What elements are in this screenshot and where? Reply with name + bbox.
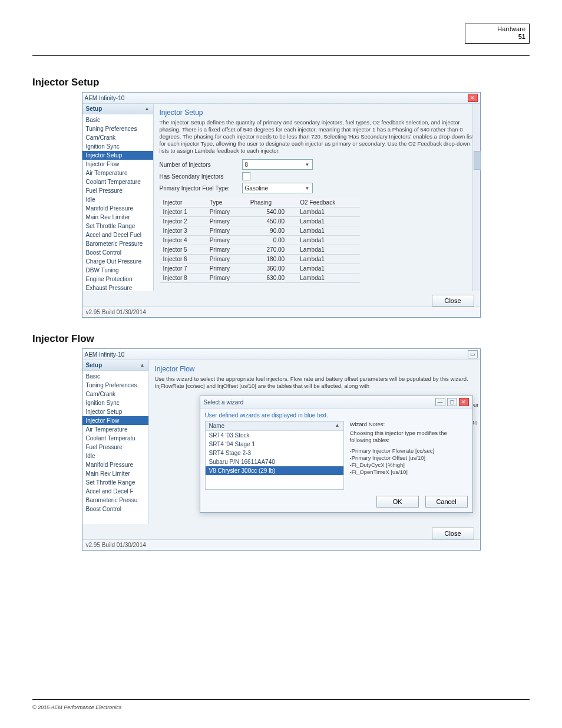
table-cell: Injector 6 — [160, 255, 206, 264]
sidebar-item[interactable]: Injector Setup — [82, 407, 148, 416]
table-cell: Injector 7 — [160, 264, 206, 274]
list-item[interactable]: V8 Chrysler 300cc (29 lb) — [206, 466, 343, 475]
close-button[interactable]: Close — [432, 295, 474, 307]
table-cell: Primary — [206, 264, 247, 274]
sidebar-item[interactable]: Set Throttle Range — [82, 478, 148, 487]
title-bar: AEM Infinity-10 ✕ — [82, 93, 480, 104]
sidebar-item[interactable]: Coolant Temperature — [82, 177, 153, 186]
sidebar-item[interactable]: DBW Tuning — [82, 266, 153, 275]
chevron-up-icon: ▲ — [140, 363, 145, 368]
sidebar-item[interactable]: Air Temperature — [82, 169, 153, 177]
row-fuel-type: Primary Injector Fuel Type: Gasoline ▼ — [160, 183, 474, 193]
sidebar-item[interactable]: Main Rev Limiter — [82, 213, 153, 222]
sidebar-header[interactable]: Setup ▲ — [82, 360, 148, 371]
window-title: AEM Infinity-10 — [85, 95, 125, 101]
page-number: 51 — [467, 33, 525, 41]
sidebar-item[interactable]: Tuning Preferences — [82, 124, 153, 133]
table-cell: Injector 3 — [160, 226, 206, 236]
table-cell: Primary — [206, 236, 247, 245]
sidebar-item[interactable]: Charge Out Pressure — [82, 257, 153, 266]
sidebar-item[interactable]: Basic — [82, 116, 153, 124]
maximize-icon[interactable]: ▢ — [447, 398, 457, 406]
sidebar-item[interactable]: Accel and Decel F — [82, 487, 148, 496]
list-item[interactable]: SRT4 '04 Stage 1 — [206, 440, 343, 449]
sidebar-item[interactable]: Air Temperature — [82, 425, 148, 434]
injector-table: InjectorTypePhasingO2 FeedbackInjector 1… — [160, 198, 360, 283]
table-cell: Lambda1 — [296, 245, 359, 255]
sidebar-item[interactable]: Injector Flow — [82, 160, 153, 169]
pane-title: Injector Setup — [160, 108, 474, 117]
ok-button[interactable]: OK — [376, 496, 419, 508]
sidebar-item[interactable]: Fuel Pressure — [82, 443, 148, 452]
select-fuel-type[interactable]: Gasoline ▼ — [242, 183, 313, 193]
sidebar-item[interactable]: Ignition Sync — [82, 142, 153, 151]
sidebar-item[interactable]: Main Rev Limiter — [82, 469, 148, 478]
sidebar-item[interactable]: Manifold Pressure — [82, 460, 148, 469]
list-item[interactable]: Subaru P/N 16611AA740 — [206, 457, 343, 466]
sidebar-item[interactable]: Fuel Pressure — [82, 186, 153, 195]
sidebar: Setup ▲ BasicTuning PreferencesCam/Crank… — [82, 104, 154, 291]
sidebar-header-label: Setup — [86, 106, 103, 112]
sidebar-header[interactable]: Setup ▲ — [82, 104, 153, 114]
close-icon[interactable]: ✕ — [468, 94, 478, 102]
sidebar-item[interactable]: Boost Control — [82, 505, 148, 513]
sidebar-item[interactable]: Idle — [82, 452, 148, 460]
window-title: AEM Infinity-10 — [85, 351, 125, 358]
status-bar: v2.95 Build 01/30/2014 — [82, 307, 480, 317]
doc-title: Hardware — [467, 25, 525, 33]
sidebar-item[interactable]: Coolant Temperatu — [82, 434, 148, 443]
list-header[interactable]: Name ▲ — [206, 421, 343, 431]
sidebar-item[interactable]: Set Throttle Range — [82, 222, 153, 230]
sidebar-item[interactable]: Boost Control — [82, 248, 153, 257]
sidebar-item[interactable]: Tuning Preferences — [82, 381, 148, 390]
table-cell: Lambda1 — [296, 217, 359, 226]
row-number-injectors: Number of Injectors 8 ▼ — [160, 159, 474, 170]
list-item[interactable]: SRT4 Stage 2-3 — [206, 449, 343, 457]
close-icon[interactable]: ✕ — [459, 398, 469, 406]
sidebar-item[interactable]: Basic — [82, 372, 148, 381]
table-cell: Lambda1 — [296, 274, 359, 283]
wizard-list[interactable]: Name ▲ SRT4 '03 StockSRT4 '04 Stage 1SRT… — [205, 421, 344, 490]
table-cell: Primary — [206, 274, 247, 283]
label-number-injectors: Number of Injectors — [160, 162, 236, 168]
sidebar-item[interactable]: Idle — [82, 195, 153, 204]
sidebar-item[interactable]: Manifold Pressure — [82, 204, 153, 213]
sidebar-item[interactable]: Accel and Decel Fuel — [82, 230, 153, 239]
table-row: Injector 7Primary360.00Lambda1 — [160, 264, 360, 274]
dialog-title-bar: Select a wizard — ▢ ✕ — [200, 396, 472, 409]
select-number-injectors[interactable]: 8 ▼ — [242, 159, 313, 170]
table-cell: 630.00 — [247, 274, 296, 283]
table-cell: Primary — [206, 207, 247, 217]
close-button[interactable]: Close — [432, 528, 474, 539]
sidebar-item[interactable]: Barometeric Pressure — [82, 239, 153, 248]
sidebar-item[interactable]: Exhaust Pressure — [82, 284, 153, 292]
cancel-button[interactable]: Cancel — [425, 496, 468, 508]
sidebar-item[interactable]: Barometeric Pressu — [82, 496, 148, 505]
minimize-icon[interactable]: — — [435, 398, 445, 406]
list-item[interactable]: SRT4 '03 Stock — [206, 431, 343, 440]
restore-icon[interactable]: ▭ — [468, 350, 478, 358]
table-row: Injector 2Primary450.00Lambda1 — [160, 217, 360, 226]
scrollbar[interactable] — [472, 104, 480, 291]
table-header: O2 Feedback — [296, 198, 359, 207]
table-cell: Lambda1 — [296, 207, 359, 217]
sidebar-item[interactable]: Engine Protection — [82, 275, 153, 284]
window-buttons: ▭ — [468, 350, 478, 358]
sidebar-item[interactable]: Injector Setup — [82, 151, 153, 160]
pane-description: The Injector Setup defines the quantity … — [160, 119, 474, 154]
window-injector-setup: AEM Infinity-10 ✕ Setup ▲ BasicTuning Pr… — [82, 92, 481, 318]
checkbox-has-secondary[interactable] — [242, 172, 250, 180]
sidebar-item[interactable]: Ignition Sync — [82, 398, 148, 407]
table-header: Phasing — [247, 198, 296, 207]
status-bar: v2.95 Build 01/30/2014 — [82, 539, 480, 550]
table-cell: Primary — [206, 217, 247, 226]
sidebar-item[interactable]: Cam/Crank — [82, 390, 148, 398]
note-line: -FI_DutyCycX [%high] — [350, 462, 468, 469]
chevron-down-icon: ▼ — [305, 186, 310, 191]
table-cell: Lambda1 — [296, 236, 359, 245]
table-row: Injector 8Primary630.00Lambda1 — [160, 274, 360, 283]
sidebar-header-label: Setup — [86, 362, 103, 368]
sidebar-item[interactable]: Injector Flow — [82, 416, 148, 425]
main-pane: Injector Flow Use this wizard to select … — [149, 360, 480, 524]
sidebar-item[interactable]: Cam/Crank — [82, 133, 153, 142]
